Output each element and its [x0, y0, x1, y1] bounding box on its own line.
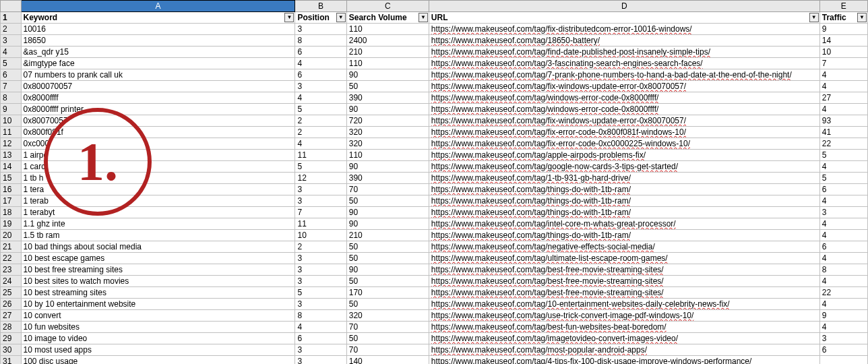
- table-row[interactable]: 131 airpo11110https://www.makeuseof.com/…: [1, 150, 868, 161]
- cell-search-volume[interactable]: 90: [346, 218, 429, 230]
- cell-url[interactable]: https://www.makeuseof.com/tag/fix-error-…: [429, 138, 819, 150]
- row-number[interactable]: 7: [1, 81, 22, 92]
- filter-dropdown-icon[interactable]: ▼: [418, 13, 428, 22]
- cell-position[interactable]: 3: [295, 24, 346, 35]
- filter-dropdown-icon[interactable]: ▼: [809, 13, 819, 22]
- cell-keyword[interactable]: 07 numbers to prank call uk: [21, 69, 295, 81]
- table-row[interactable]: 2410 best sites to watch movies350https:…: [1, 276, 868, 287]
- table-row[interactable]: 141 carc590https://www.makeuseof.com/tag…: [1, 161, 868, 173]
- cell-search-volume[interactable]: 90: [346, 104, 429, 115]
- table-row[interactable]: 181 terabyt790https://www.makeuseof.com/…: [1, 207, 868, 218]
- cell-url[interactable]: https://www.makeuseof.com/tag/windows-er…: [429, 92, 819, 104]
- cell-traffic[interactable]: 22: [819, 287, 867, 299]
- cell-position[interactable]: 2: [295, 241, 346, 253]
- cell-traffic[interactable]: 5: [819, 150, 867, 161]
- cell-url[interactable]: https://www.makeuseof.com/tag/3-fascinat…: [429, 58, 819, 69]
- row-number[interactable]: 15: [1, 173, 22, 184]
- cell-traffic[interactable]: 4: [819, 218, 867, 230]
- row-number[interactable]: 21: [1, 241, 22, 253]
- cell-search-volume[interactable]: 50: [346, 299, 429, 310]
- cell-search-volume[interactable]: 720: [346, 115, 429, 127]
- table-row[interactable]: 90x8000ffff printer590https://www.makeus…: [1, 104, 868, 115]
- cell-keyword[interactable]: 1 carc: [21, 161, 295, 173]
- cell-traffic[interactable]: 4: [819, 195, 867, 207]
- row-number[interactable]: 22: [1, 253, 22, 264]
- row-number[interactable]: 18: [1, 207, 22, 218]
- table-row[interactable]: 191.1 ghz inte1190https://www.makeuseof.…: [1, 218, 868, 230]
- cell-url[interactable]: https://www.makeuseof.com/tag/ultimate-l…: [429, 253, 819, 264]
- table-row[interactable]: 607 numbers to prank call uk690https://w…: [1, 69, 868, 81]
- table-row[interactable]: 110x800f081f2320https://www.makeuseof.co…: [1, 127, 868, 138]
- row-number[interactable]: 25: [1, 287, 22, 299]
- row-number[interactable]: 3: [1, 35, 22, 47]
- cell-search-volume[interactable]: 70: [346, 344, 429, 356]
- table-row[interactable]: 2110 bad things about social media250htt…: [1, 241, 868, 253]
- cell-position[interactable]: 3: [295, 184, 346, 195]
- cell-traffic[interactable]: 9: [819, 24, 867, 35]
- cell-search-volume[interactable]: 110: [346, 150, 429, 161]
- filter-dropdown-icon[interactable]: ▼: [336, 13, 346, 22]
- cell-position[interactable]: 2: [295, 127, 346, 138]
- cell-traffic[interactable]: 8: [819, 264, 867, 276]
- cell-traffic[interactable]: 6: [819, 344, 867, 356]
- cell-position[interactable]: 6: [295, 47, 346, 58]
- table-row[interactable]: 2810 fun websites470https://www.makeuseo…: [1, 322, 868, 333]
- cell-position[interactable]: 6: [295, 333, 346, 344]
- row-number[interactable]: 29: [1, 333, 22, 344]
- table-row[interactable]: 2610 by 10 entertainment website350https…: [1, 299, 868, 310]
- table-row[interactable]: 80x8000ffff4390https://www.makeuseof.com…: [1, 92, 868, 104]
- cell-url[interactable]: https://www.makeuseof.com/tag/use-trick-…: [429, 310, 819, 322]
- table-row[interactable]: 31865082400https://www.makeuseof.com/tag…: [1, 35, 868, 47]
- cell-traffic[interactable]: 5: [819, 173, 867, 184]
- cell-keyword[interactable]: 10 best sites to watch movies: [21, 276, 295, 287]
- cell-traffic[interactable]: 4: [819, 230, 867, 241]
- cell-keyword[interactable]: 1 tera: [21, 184, 295, 195]
- column-letter-row[interactable]: A B C D E: [1, 1, 868, 12]
- cell-keyword[interactable]: 1.5 tb ram: [21, 230, 295, 241]
- table-row[interactable]: 2710 convert8320https://www.makeuseof.co…: [1, 310, 868, 322]
- cell-keyword[interactable]: 1 terab: [21, 195, 295, 207]
- row-number[interactable]: 1: [1, 12, 22, 24]
- cell-position[interactable]: 3: [295, 81, 346, 92]
- cell-position[interactable]: 4: [295, 92, 346, 104]
- cell-traffic[interactable]: 10: [819, 47, 867, 58]
- cell-position[interactable]: 5: [295, 287, 346, 299]
- cell-traffic[interactable]: 4: [819, 161, 867, 173]
- table-row[interactable]: 4&as_qdr y156210https://www.makeuseof.co…: [1, 47, 868, 58]
- cell-position[interactable]: 4: [295, 58, 346, 69]
- cell-traffic[interactable]: 3: [819, 333, 867, 344]
- table-row[interactable]: 171 terab350https://www.makeuseof.com/ta…: [1, 195, 868, 207]
- cell-traffic[interactable]: 93: [819, 115, 867, 127]
- table-row[interactable]: 2910 image to video650https://www.makeus…: [1, 333, 868, 344]
- cell-url[interactable]: https://www.makeuseof.com/tag/4-tips-fix…: [429, 356, 819, 365]
- cell-search-volume[interactable]: 50: [346, 81, 429, 92]
- column-header-D[interactable]: D: [429, 1, 819, 12]
- cell-url[interactable]: https://www.makeuseof.com/tag/fix-distri…: [429, 24, 819, 35]
- cell-keyword[interactable]: 100 disc usage: [21, 356, 295, 365]
- row-number[interactable]: 10: [1, 115, 22, 127]
- cell-keyword[interactable]: 0x800f081f: [21, 127, 295, 138]
- row-number[interactable]: 14: [1, 161, 22, 173]
- cell-url[interactable]: https://www.makeuseof.com/tag/best-free-…: [429, 276, 819, 287]
- cell-traffic[interactable]: 4: [819, 104, 867, 115]
- cell-url[interactable]: https://www.makeuseof.com/tag/find-date-…: [429, 47, 819, 58]
- cell-keyword[interactable]: 1 tb h: [21, 173, 295, 184]
- cell-position[interactable]: 7: [295, 207, 346, 218]
- column-header-C[interactable]: C: [346, 1, 429, 12]
- cell-keyword[interactable]: 10 fun websites: [21, 322, 295, 333]
- cell-url[interactable]: https://www.makeuseof.com/tag/7-prank-ph…: [429, 69, 819, 81]
- table-row[interactable]: 2510 best streaming sites5170https://www…: [1, 287, 868, 299]
- cell-keyword[interactable]: 0x80070057: [21, 115, 295, 127]
- row-number[interactable]: 19: [1, 218, 22, 230]
- table-row[interactable]: 151 tb h12390https://www.makeuseof.com/t…: [1, 173, 868, 184]
- cell-url[interactable]: https://www.makeuseof.com/tag/fix-window…: [429, 115, 819, 127]
- cell-keyword[interactable]: 10 convert: [21, 310, 295, 322]
- row-number[interactable]: 31: [1, 356, 22, 365]
- cell-traffic[interactable]: 4: [819, 69, 867, 81]
- cell-keyword[interactable]: 1 terabyt: [21, 207, 295, 218]
- row-number[interactable]: 26: [1, 299, 22, 310]
- table-row[interactable]: 2100163110https://www.makeuseof.com/tag/…: [1, 24, 868, 35]
- cell-search-volume[interactable]: 90: [346, 69, 429, 81]
- cell-url[interactable]: https://www.makeuseof.com/tag/1-tb-931-g…: [429, 173, 819, 184]
- cell-position[interactable]: 3: [295, 344, 346, 356]
